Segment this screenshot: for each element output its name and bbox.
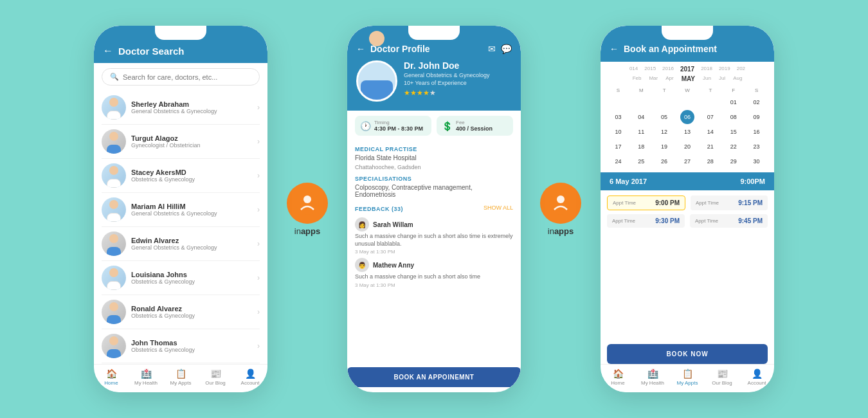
- year-014[interactable]: 014: [629, 66, 638, 73]
- specialisations-title: SPECIALISATIONS: [355, 176, 513, 182]
- cal-day-02[interactable]: 02: [750, 95, 764, 109]
- list-item[interactable]: Ronald Alvarez Obstetrics & Gynecology ›: [102, 295, 260, 329]
- back-arrow-1[interactable]: ←: [103, 45, 113, 57]
- month-jun[interactable]: Jun: [703, 75, 711, 82]
- search-input[interactable]: [123, 73, 251, 81]
- nav-account[interactable]: 👤 Account: [233, 368, 267, 386]
- cal-cell-empty: [680, 95, 694, 109]
- cal-day-28[interactable]: 28: [703, 154, 718, 168]
- fee-card: 💲 Fee 400 / Session: [437, 116, 513, 136]
- nav-label-account-3: Account: [748, 380, 766, 386]
- cal-day-26[interactable]: 26: [657, 154, 671, 168]
- year-202[interactable]: 202: [737, 66, 745, 73]
- search-bar[interactable]: 🔍: [102, 68, 260, 86]
- mail-icon[interactable]: ✉: [488, 44, 496, 54]
- time-slot-945[interactable]: Appt Time 9:45 PM: [690, 214, 768, 228]
- year-2016[interactable]: 2016: [662, 66, 674, 73]
- time-slot-930[interactable]: Appt Time 9:30 PM: [607, 214, 685, 228]
- back-arrow-3[interactable]: ←: [610, 44, 619, 54]
- feedback-avatar-1: 👩: [355, 217, 369, 232]
- cal-day-25[interactable]: 25: [634, 154, 648, 168]
- doctor-experience: 10+ Years of Experience: [404, 80, 490, 86]
- cal-day-22[interactable]: 22: [727, 140, 741, 154]
- nav-health[interactable]: 🏥 My Health: [129, 368, 163, 386]
- cal-day-07[interactable]: 07: [703, 110, 718, 124]
- cal-day-19[interactable]: 19: [657, 140, 671, 154]
- show-all-button[interactable]: SHOW ALL: [484, 204, 513, 211]
- cal-day-04[interactable]: 04: [634, 110, 648, 124]
- nav-label: Our Blog: [205, 380, 226, 386]
- cal-day-14[interactable]: 14: [703, 125, 718, 139]
- list-item[interactable]: Stacey AkersMD Obstetrics & Gynecology ›: [102, 159, 260, 193]
- inapps-circle-1: [287, 183, 328, 224]
- list-item[interactable]: Edwin Alvarez General Obstetrics & Gynec…: [102, 227, 260, 261]
- nav-health-3[interactable]: 🏥 My Health: [635, 368, 670, 386]
- avatar: [102, 163, 126, 188]
- month-feb[interactable]: Feb: [633, 75, 642, 82]
- year-2015[interactable]: 2015: [644, 66, 656, 73]
- calendar-section: 014 2015 2016 2017 2018 2019 202 Feb Mar…: [601, 62, 774, 172]
- nav-appts-3[interactable]: 📋 My Appts: [670, 368, 705, 386]
- nav-appts[interactable]: 📋 My Appts: [163, 368, 198, 386]
- profile-header: ← Doctor Profile ✉ 💬 Dr.: [347, 26, 521, 111]
- cal-day-08[interactable]: 08: [727, 110, 741, 124]
- cal-day-12[interactable]: 12: [657, 125, 671, 139]
- month-aug[interactable]: Aug: [733, 75, 742, 82]
- cal-day-30[interactable]: 30: [750, 154, 764, 168]
- month-jul[interactable]: Jul: [719, 75, 725, 82]
- cal-day-13[interactable]: 13: [680, 125, 694, 139]
- list-item[interactable]: Sherley Abraham General Obstetrics & Gyn…: [102, 91, 260, 125]
- month-row: Feb Mar Apr MAY Jun Jul Aug: [607, 75, 768, 82]
- time-slot-915[interactable]: Appt Time 9:15 PM: [691, 195, 768, 210]
- month-may[interactable]: MAY: [682, 75, 695, 82]
- month-apr[interactable]: Apr: [665, 75, 673, 82]
- year-2019[interactable]: 2019: [719, 66, 730, 73]
- nav-blog[interactable]: 📰 Our Blog: [198, 368, 233, 386]
- cal-day-09[interactable]: 09: [750, 110, 764, 124]
- cal-day-29[interactable]: 29: [727, 154, 741, 168]
- cal-day-24[interactable]: 24: [611, 154, 625, 168]
- cal-day-15[interactable]: 15: [727, 125, 741, 139]
- back-arrow-2[interactable]: ←: [356, 44, 365, 54]
- nav-home-3[interactable]: 🏠 Home: [601, 368, 635, 386]
- cal-day-16[interactable]: 16: [750, 125, 764, 139]
- cal-day-11[interactable]: 11: [634, 125, 648, 139]
- cal-day-03[interactable]: 03: [611, 110, 625, 124]
- cal-day-05[interactable]: 05: [657, 110, 671, 124]
- cal-day-21[interactable]: 21: [703, 140, 718, 154]
- list-item[interactable]: Turgut Alagoz Gynecologist / Obstetricia…: [102, 125, 260, 159]
- blog-icon-3: 📰: [717, 368, 728, 379]
- year-2018[interactable]: 2018: [701, 66, 712, 73]
- phone-doctor-search: ← Doctor Search 🔍 Sherley Abraham Genera…: [94, 26, 267, 392]
- cal-day-06-today[interactable]: 06: [680, 110, 694, 124]
- feedback-date-2: 3 May at 1:30 PM: [355, 282, 513, 288]
- list-item[interactable]: John Thomas Obstetrics & Gynecology ›: [102, 329, 260, 363]
- search-icon: 🔍: [110, 73, 119, 81]
- cal-day-20[interactable]: 20: [680, 140, 694, 154]
- cal-header-m: M: [630, 86, 653, 95]
- cal-day-17[interactable]: 17: [611, 140, 625, 154]
- cal-cell-empty: [611, 95, 625, 109]
- cal-day-18[interactable]: 18: [634, 140, 648, 154]
- list-item[interactable]: Mariam Al HilliM General Obstetrics & Gy…: [102, 193, 260, 227]
- feedback-header: FEEDBACK (33) SHOW ALL: [355, 201, 513, 214]
- list-item[interactable]: Louisiana Johns Obstetrics & Gynecology …: [102, 261, 260, 295]
- nav-blog-3[interactable]: 📰 Our Blog: [705, 368, 739, 386]
- nav-home[interactable]: 🏠 Home: [94, 368, 129, 386]
- chat-icon[interactable]: 💬: [501, 44, 512, 54]
- cal-day-23[interactable]: 23: [750, 140, 764, 154]
- book-appointment-button[interactable]: BOOK AN APPOINEMNT: [347, 367, 521, 387]
- appt-label-2: Appt Time: [696, 200, 719, 206]
- nav-label-blog-3: Our Blog: [712, 380, 732, 386]
- cal-day-01[interactable]: 01: [727, 95, 741, 109]
- nav-account-3[interactable]: 👤 Account: [739, 368, 774, 386]
- year-2017[interactable]: 2017: [680, 66, 694, 73]
- time-row-1: Appt Time 9:00 PM Appt Time 9:15 PM: [607, 195, 768, 210]
- book-now-button[interactable]: BOOK NOW: [607, 344, 768, 364]
- cal-day-27[interactable]: 27: [680, 154, 694, 168]
- blog-icon: 📰: [210, 368, 221, 379]
- cal-day-10[interactable]: 10: [611, 125, 625, 139]
- month-mar[interactable]: Mar: [649, 75, 658, 82]
- nav-label-appts-3: My Appts: [677, 380, 698, 386]
- time-slot-900[interactable]: Appt Time 9:00 PM: [607, 195, 685, 210]
